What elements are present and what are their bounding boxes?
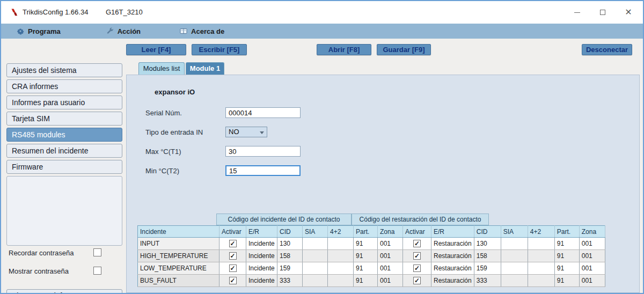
- sidebar-item-informes-para-usuario[interactable]: Informes para usuario: [6, 95, 122, 109]
- checkbox-icon[interactable]: ✓: [413, 252, 421, 260]
- part-cell[interactable]: 91: [354, 275, 378, 287]
- er-cell[interactable]: Restauración: [431, 238, 474, 250]
- fourplus2-cell[interactable]: [328, 250, 354, 262]
- max-temp-label: Max °C(T1): [145, 148, 181, 156]
- disconnect-button[interactable]: Desconectar: [582, 44, 632, 55]
- er-cell[interactable]: Restauración: [431, 275, 474, 287]
- sia-cell[interactable]: [501, 238, 528, 250]
- menu-programa[interactable]: Programa: [10, 24, 67, 39]
- menu-bar: Programa Acción Acerca de: [1, 24, 643, 39]
- table-row: INPUT✓Incidente13091001✓Restauración1309…: [138, 238, 605, 250]
- minimize-icon: [574, 12, 580, 13]
- cid-cell[interactable]: 130: [474, 238, 501, 250]
- app-window: TrikdisConfig 1.66.34 G16T_3210 ✕ Progra…: [0, 0, 644, 294]
- column-header-cid: CID: [277, 226, 303, 238]
- er-cell[interactable]: Restauración: [431, 262, 474, 275]
- sia-cell[interactable]: [303, 262, 328, 275]
- cid-cell[interactable]: 333: [277, 275, 303, 287]
- max-temp-input[interactable]: [225, 146, 301, 157]
- sia-cell[interactable]: [501, 275, 528, 287]
- fourplus2-cell[interactable]: [328, 238, 354, 250]
- zona-cell[interactable]: 001: [579, 238, 605, 250]
- sidebar-item-tarjeta-sim[interactable]: Tarjeta SIM: [6, 112, 122, 126]
- sidebar-item-rs485-modules[interactable]: RS485 modules: [6, 128, 122, 142]
- er-cell[interactable]: Incidente: [246, 238, 277, 250]
- activar-checkbox-cell: ✓: [219, 250, 246, 262]
- show-password-checkbox[interactable]: [93, 267, 101, 275]
- fourplus2-cell[interactable]: [528, 275, 554, 287]
- zona-cell[interactable]: 001: [378, 250, 403, 262]
- column-header-activar: Activar: [403, 226, 431, 238]
- checkbox-icon[interactable]: ✓: [413, 264, 421, 272]
- sidebar-item-ajustes-del-sistema[interactable]: Ajustes del sistema: [6, 63, 122, 77]
- maximize-icon: [600, 10, 605, 15]
- cid-cell[interactable]: 158: [474, 250, 501, 262]
- sia-cell[interactable]: [303, 250, 328, 262]
- default-settings-button[interactable]: Ajustes por defecto: [6, 289, 122, 294]
- maximize-button[interactable]: [594, 4, 612, 20]
- fourplus2-cell[interactable]: [528, 262, 554, 275]
- checkbox-icon[interactable]: ✓: [229, 277, 237, 284]
- cid-cell[interactable]: 130: [277, 238, 303, 250]
- part-cell[interactable]: 91: [354, 262, 378, 275]
- sia-cell[interactable]: [501, 262, 528, 275]
- fourplus2-cell[interactable]: [528, 250, 554, 262]
- cid-cell[interactable]: 158: [277, 250, 303, 262]
- close-button[interactable]: ✕: [619, 4, 638, 20]
- part-cell[interactable]: 91: [554, 238, 579, 250]
- close-icon: ✕: [625, 8, 632, 17]
- tab-modules-list[interactable]: Modules list: [138, 62, 185, 75]
- open-button[interactable]: Abrir [F8]: [317, 44, 371, 55]
- column-header-sia: SIA: [303, 226, 328, 238]
- sidebar-item-resumen-del-incidente[interactable]: Resumen del incidente: [6, 144, 122, 158]
- show-password-label: Mostrar contraseña: [9, 267, 69, 275]
- checkbox-icon[interactable]: ✓: [413, 240, 421, 247]
- zona-cell[interactable]: 001: [579, 250, 605, 262]
- sia-cell[interactable]: [303, 275, 328, 287]
- checkbox-icon[interactable]: ✓: [413, 277, 421, 284]
- read-button[interactable]: Leer [F4]: [126, 44, 186, 55]
- fourplus2-cell[interactable]: [328, 275, 354, 287]
- cid-cell[interactable]: 159: [474, 262, 501, 275]
- zona-cell[interactable]: 001: [579, 262, 605, 275]
- table-row: LOW_TEMPERATURE✓Incidente15991001✓Restau…: [138, 262, 605, 275]
- part-cell[interactable]: 91: [554, 275, 579, 287]
- menu-acerca-de[interactable]: Acerca de: [173, 24, 231, 39]
- part-cell[interactable]: 91: [354, 238, 378, 250]
- zona-cell[interactable]: 001: [378, 275, 403, 287]
- save-button[interactable]: Guardar [F9]: [377, 44, 431, 55]
- cid-cell[interactable]: 333: [474, 275, 501, 287]
- fourplus2-cell[interactable]: [328, 262, 354, 275]
- er-cell[interactable]: Incidente: [246, 250, 277, 262]
- tab-module-1[interactable]: Module 1: [186, 62, 224, 75]
- sidebar-item-cra-informes[interactable]: CRA informes: [6, 79, 122, 93]
- serial-input[interactable]: [225, 107, 301, 118]
- menu-accion[interactable]: Acción: [99, 24, 147, 39]
- checkbox-icon[interactable]: ✓: [229, 264, 237, 272]
- sia-cell[interactable]: [303, 238, 328, 250]
- er-cell[interactable]: Incidente: [246, 275, 277, 287]
- zona-cell[interactable]: 001: [378, 238, 403, 250]
- er-cell[interactable]: Restauración: [431, 250, 474, 262]
- remember-password-checkbox[interactable]: [93, 248, 101, 256]
- zona-cell[interactable]: 001: [579, 275, 605, 287]
- cid-cell[interactable]: 159: [277, 262, 303, 275]
- minimize-button[interactable]: [568, 4, 586, 20]
- book-icon: [179, 27, 188, 35]
- min-temp-input[interactable]: [225, 165, 301, 176]
- sia-cell[interactable]: [501, 250, 528, 262]
- part-cell[interactable]: 91: [354, 250, 378, 262]
- fourplus2-cell[interactable]: [528, 238, 554, 250]
- part-cell[interactable]: 91: [554, 262, 579, 275]
- er-cell[interactable]: Incidente: [246, 262, 277, 275]
- zona-cell[interactable]: 001: [378, 262, 403, 275]
- expander-title: expansor iO: [155, 88, 195, 96]
- checkbox-icon[interactable]: ✓: [229, 240, 237, 247]
- group-header-restore-code: Código del restauración del ID de contac…: [352, 214, 489, 225]
- write-button[interactable]: Escribir [F5]: [192, 44, 247, 55]
- checkbox-icon[interactable]: ✓: [229, 252, 237, 260]
- column-header-42: 4+2: [528, 226, 554, 238]
- sidebar-item-firmware[interactable]: Firmware: [6, 160, 122, 174]
- input-type-select[interactable]: NO: [225, 127, 267, 137]
- part-cell[interactable]: 91: [554, 250, 579, 262]
